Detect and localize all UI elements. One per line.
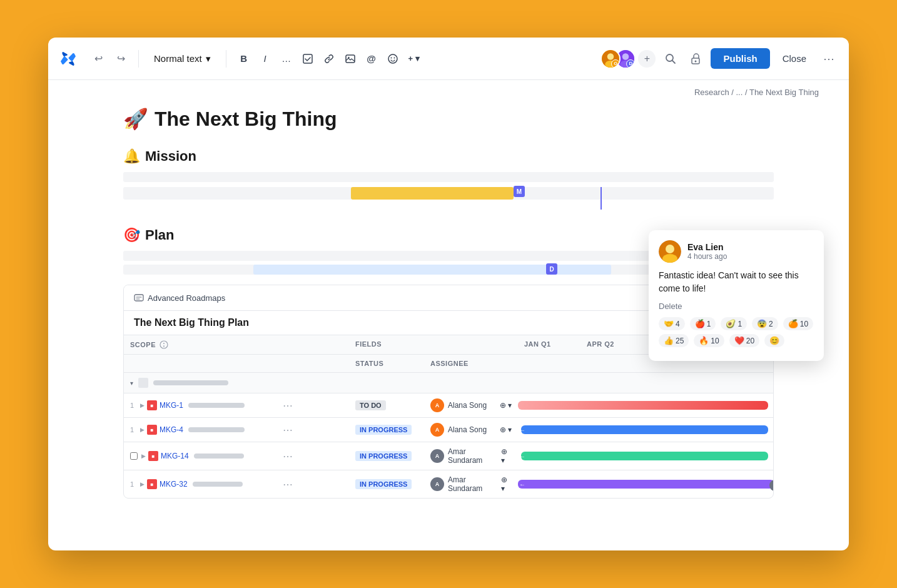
toolbar-right: G D + Publish Close ⋯ <box>601 48 839 69</box>
breadcrumb-research[interactable]: Research <box>694 88 729 97</box>
mkg14-checkbox[interactable] <box>130 452 138 460</box>
th-sub-scope <box>124 355 299 372</box>
td-mkg4-empty <box>299 425 349 435</box>
mission-title: 🔔 Mission <box>123 148 774 165</box>
reaction-scared[interactable]: 😨 2 <box>752 317 778 330</box>
mkg14-assignee-options[interactable]: ⊕ ▾ <box>501 447 512 465</box>
expand-icon-4[interactable]: ▶ <box>140 427 144 433</box>
mkg1-assignee-options[interactable]: ⊕ ▾ <box>500 401 512 410</box>
svg-rect-0 <box>303 54 312 63</box>
text-style-dropdown[interactable]: Normal text ▾ <box>146 49 218 68</box>
mission-marker-m: M <box>514 186 525 197</box>
svg-point-16 <box>160 341 168 348</box>
checkbox-button[interactable] <box>298 49 318 69</box>
mention-button[interactable]: @ <box>362 49 382 69</box>
comment-header: Eva Lien 4 hours ago <box>659 240 814 263</box>
plugin-label: Advanced Roadmaps <box>134 293 225 303</box>
divider-1 <box>138 50 139 68</box>
mkg1-id[interactable]: MKG-1 <box>160 401 183 410</box>
bold-button[interactable]: B <box>234 49 254 69</box>
collapse-icon[interactable]: ▾ <box>130 380 133 387</box>
mkg1-more[interactable]: ⋯ <box>283 400 293 412</box>
content-area: Research / ... / The Next Big Thing 🚀 Th… <box>48 80 849 550</box>
search-button[interactable] <box>661 49 681 69</box>
reaction-fire[interactable]: 🔥 10 <box>694 334 724 347</box>
mkg4-assignee-options[interactable]: ⊕ ▾ <box>500 425 512 434</box>
mkg4-more[interactable]: ⋯ <box>283 424 293 436</box>
svg-point-12 <box>666 54 673 61</box>
confluence-logo[interactable] <box>58 49 78 69</box>
mkg14-id[interactable]: MKG-14 <box>161 452 189 460</box>
close-button[interactable]: Close <box>775 48 814 69</box>
svg-point-3 <box>388 54 397 63</box>
comment-author-info: Eva Lien 4 hours ago <box>687 242 727 261</box>
delete-comment-button[interactable]: Delete <box>659 302 814 311</box>
expand-icon-32[interactable]: ▶ <box>140 481 144 487</box>
breadcrumb: Research / ... / The Next Big Thing <box>48 80 849 97</box>
mission-gantt-row-1 <box>123 172 774 182</box>
td-mkg32-empty <box>299 479 349 489</box>
mkg32-gantt-bar <box>518 480 774 489</box>
mkg14-more[interactable]: ⋯ <box>283 450 293 462</box>
th-fields: FIELDS <box>349 335 518 354</box>
divider-2 <box>226 50 226 68</box>
breadcrumb-ellipsis[interactable]: ... <box>736 88 742 97</box>
mkg1-status-badge: TO DO <box>355 400 386 410</box>
mkg32-status-badge: IN PROGRESS <box>355 479 412 489</box>
publish-button[interactable]: Publish <box>711 48 769 69</box>
more-format-button[interactable]: … <box>276 49 296 69</box>
svg-point-10 <box>622 53 629 60</box>
insert-more-button[interactable]: + ▾ <box>404 49 424 69</box>
redo-button[interactable]: ↪ <box>111 49 131 69</box>
td-mkg14-assignee: A Amar Sundaram ⊕ ▾ <box>424 442 518 470</box>
expand-icon[interactable]: ▶ <box>140 402 144 408</box>
title-emoji: 🚀 <box>123 107 148 131</box>
reaction-avocado[interactable]: 🥑 1 <box>721 317 747 330</box>
reaction-apple[interactable]: 🍎 1 <box>690 317 716 330</box>
mkg32-icon: ■ <box>147 479 157 489</box>
undo-button[interactable]: ↩ <box>88 49 108 69</box>
mkg4-status-badge: IN PROGRESS <box>355 425 412 435</box>
th-q1: Jan Q1 <box>518 335 580 354</box>
mkg14-title-bar <box>194 454 244 459</box>
add-collaborator-button[interactable]: + <box>638 50 656 68</box>
reaction-thumbsup[interactable]: 👍 25 <box>659 334 689 347</box>
text-style-label: Normal text <box>154 53 202 64</box>
mission-gantt-bar-yellow <box>351 187 514 200</box>
td-mkg1-scope: 1 ▶ ■ MKG-1 ⋯ <box>124 395 299 417</box>
chevron-down-icon: ▾ <box>206 53 211 64</box>
mkg4-id[interactable]: MKG-4 <box>160 425 183 434</box>
mkg14-assignee-name: Amar Sundaram <box>448 447 497 465</box>
mkg14-assignee-avatar: A <box>430 449 444 463</box>
reaction-heart[interactable]: ❤️ 20 <box>729 334 759 347</box>
td-parent-gantt <box>518 378 774 388</box>
svg-point-4 <box>390 57 392 58</box>
italic-button[interactable]: I <box>255 49 275 69</box>
avatar-user-g: G <box>601 49 621 69</box>
table-row-mkg4: 1 ▶ ■ MKG-4 ⋯ IN PROGRESS A Alana Song <box>124 418 773 442</box>
image-button[interactable] <box>340 49 360 69</box>
emoji-button[interactable] <box>383 49 403 69</box>
breadcrumb-current: The Next Big Thing <box>749 88 819 97</box>
mkg32-id[interactable]: MKG-32 <box>160 480 188 489</box>
td-mkg14-gantt: ← <box>518 445 774 467</box>
expand-icon-14[interactable]: ▶ <box>141 453 146 459</box>
th-scope: SCOPE <box>124 335 299 354</box>
td-parent-status <box>349 378 424 388</box>
toolbar: ↩ ↪ Normal text ▾ B I … <box>48 38 849 80</box>
th-empty <box>299 335 349 354</box>
more-options-button[interactable]: ⋯ <box>819 49 839 69</box>
link-button[interactable] <box>319 49 339 69</box>
plan-gantt-bar-blue <box>253 265 611 275</box>
format-buttons: B I … @ + ▾ <box>234 49 424 69</box>
lock-button[interactable] <box>686 49 706 69</box>
reaction-hands[interactable]: 🤝 4 <box>659 317 685 330</box>
svg-point-14 <box>695 60 697 62</box>
td-mkg14-empty <box>299 451 349 461</box>
mission-gantt-row-2: M <box>123 187 774 200</box>
mkg32-title-bar <box>193 482 243 487</box>
reaction-smile[interactable]: 😊 <box>764 334 784 347</box>
reaction-orange[interactable]: 🍊 10 <box>783 317 813 330</box>
mkg32-more[interactable]: ⋯ <box>283 479 293 490</box>
mkg32-assignee-options[interactable]: ⊕ ▾ <box>501 475 512 493</box>
